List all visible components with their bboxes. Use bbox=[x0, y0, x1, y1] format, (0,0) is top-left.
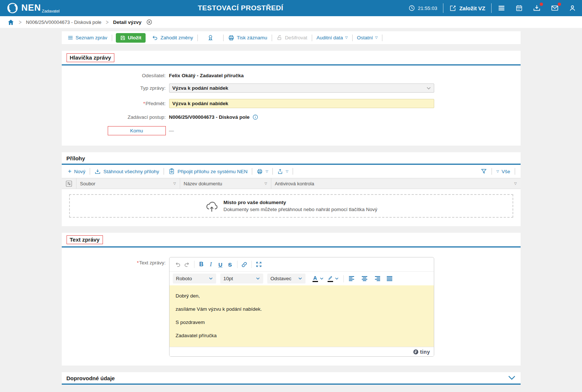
breadcrumb-current: Detail výzvy bbox=[113, 19, 141, 25]
italic-icon[interactable]: I bbox=[206, 260, 216, 269]
text-color-swatch bbox=[313, 281, 318, 282]
editor-divider bbox=[194, 261, 194, 268]
editor-statusbar: tiny bbox=[169, 347, 434, 356]
font-family-select[interactable]: Roboto bbox=[173, 274, 216, 284]
column-header-soubor[interactable]: Soubor ▽ bbox=[76, 178, 180, 189]
audit-data-menu[interactable]: Auditní data ▽ bbox=[317, 35, 348, 40]
toolbar-divider bbox=[515, 168, 515, 175]
filter-funnel-icon bbox=[481, 168, 487, 175]
save-button[interactable]: Uložit bbox=[116, 33, 146, 43]
column-header-nazev[interactable]: Název dokumentu ▽ bbox=[180, 178, 271, 189]
info-icon[interactable] bbox=[252, 114, 258, 120]
toolbar-divider bbox=[382, 35, 382, 41]
message-type-value: Výzva k podání nabídek bbox=[172, 85, 228, 91]
editor-divider bbox=[237, 261, 238, 268]
column-filter-icon[interactable]: ▽ bbox=[265, 182, 267, 185]
print-record-button[interactable]: Tisk záznamu bbox=[228, 35, 267, 41]
text-color-menu-chevron[interactable] bbox=[320, 277, 324, 280]
sender-value: Felix Okátý - Zadavatel příručka bbox=[169, 73, 244, 78]
message-text-input[interactable]: Dobrý den, zasíláme Vám výzvu k podání n… bbox=[169, 285, 434, 347]
save-label: Uložit bbox=[128, 35, 142, 40]
user-profile-icon[interactable] bbox=[569, 4, 576, 12]
dropdown-arrow-icon: ▽ bbox=[286, 170, 288, 173]
new-attachment-button[interactable]: + Nový bbox=[68, 169, 86, 174]
align-left-icon[interactable] bbox=[347, 274, 357, 284]
attachments-dropzone[interactable]: Místo pro vaše dokumenty Dokumenty sem m… bbox=[69, 194, 513, 218]
column-settings-icon bbox=[65, 180, 72, 187]
highlight-color-menu-chevron[interactable] bbox=[335, 277, 339, 280]
toolbar-divider bbox=[164, 168, 164, 175]
message-paragraph: Zadavatel příručka bbox=[176, 333, 428, 338]
discard-changes-button[interactable]: Zahodit změny bbox=[151, 35, 193, 41]
column-filter-icon[interactable]: ▽ bbox=[174, 182, 176, 185]
font-size-select[interactable]: 10pt bbox=[220, 274, 263, 284]
expand-section-chevron-icon[interactable] bbox=[508, 375, 516, 381]
download-all-label: Stáhnout všechny přílohy bbox=[103, 169, 159, 174]
editor-toolbar-row1: B I U S bbox=[169, 257, 434, 271]
fullscreen-icon[interactable] bbox=[254, 260, 264, 269]
column-header-antivir[interactable]: Antivirová kontrola ▽ bbox=[271, 178, 521, 189]
calendar-icon[interactable] bbox=[515, 4, 523, 12]
filter-button[interactable] bbox=[481, 168, 487, 175]
recipient-button[interactable]: Komu bbox=[108, 126, 166, 135]
align-right-icon[interactable] bbox=[372, 274, 382, 284]
dropdown-arrow-icon: ▽ bbox=[496, 170, 499, 173]
link-icon[interactable] bbox=[240, 260, 249, 269]
decrypt-button[interactable]: Dešifrovat bbox=[276, 35, 307, 41]
column-filter-icon[interactable]: ▽ bbox=[514, 182, 517, 185]
home-icon[interactable] bbox=[7, 19, 14, 26]
messages-icon[interactable] bbox=[551, 4, 559, 12]
align-justify-icon[interactable] bbox=[385, 274, 394, 284]
toolbar-divider bbox=[223, 35, 224, 41]
subject-input[interactable]: Výzva k podání nabídek bbox=[169, 99, 434, 108]
message-paragraph: Dobrý den, bbox=[176, 293, 428, 299]
header-divider bbox=[443, 3, 443, 13]
block-format-select[interactable]: Odstavec bbox=[267, 274, 306, 284]
toolbar-divider bbox=[112, 35, 112, 41]
inbox-downloads-icon[interactable] bbox=[533, 4, 541, 12]
toolbar-divider bbox=[90, 168, 90, 175]
breadcrumb-procedure[interactable]: N006/25/V00004673 - Disková pole bbox=[26, 19, 101, 25]
menu-icon[interactable] bbox=[497, 4, 506, 12]
dropzone-hint: Dokumenty sem můžete přetáhnout nebo nah… bbox=[224, 207, 378, 212]
align-center-icon[interactable] bbox=[360, 274, 369, 284]
footer-actions: Odeslat Podepsat a odeslat bbox=[62, 385, 521, 392]
edit-icon bbox=[449, 5, 456, 12]
printer-icon bbox=[257, 168, 263, 175]
other-menu[interactable]: Ostatní ▽ bbox=[357, 35, 378, 40]
toolbar-divider bbox=[272, 168, 273, 175]
message-type-row: Typ zprávy: Výzva k podání nabídek bbox=[62, 83, 521, 93]
nen-logo[interactable]: NEN Zadavatel bbox=[7, 2, 60, 14]
bold-icon[interactable]: B bbox=[197, 260, 206, 269]
seal-ribbon-icon[interactable] bbox=[207, 34, 214, 41]
block-format-value: Odstavec bbox=[271, 276, 292, 281]
breadcrumb: > N006/25/V00004673 - Disková pole > Det… bbox=[0, 16, 582, 28]
underline-icon[interactable]: U bbox=[216, 260, 225, 269]
message-type-select[interactable]: Výzva k podání nabídek bbox=[169, 83, 434, 93]
attach-from-nen-button[interactable]: Připojit přílohu ze systému NEN bbox=[168, 168, 248, 175]
filter-all-menu[interactable]: ▽ Vše bbox=[496, 169, 510, 174]
chevron-down-icon bbox=[298, 277, 302, 280]
message-list-button[interactable]: Seznam zpráv bbox=[67, 35, 107, 41]
strikethrough-icon[interactable]: S bbox=[225, 260, 235, 269]
print-attachments-menu[interactable]: ▽ bbox=[257, 168, 268, 175]
filter-all-label: Vše bbox=[501, 169, 510, 174]
column-settings-button[interactable] bbox=[62, 178, 76, 189]
section-title-attachments: Přílohy bbox=[67, 155, 85, 161]
text-color-button[interactable]: A bbox=[312, 275, 319, 282]
export-menu[interactable]: ▽ bbox=[277, 168, 288, 175]
environment-title: TESTOVACÍ PROSTŘEDÍ bbox=[198, 4, 283, 12]
message-paragraph: zasíláme Vám výzvu k podání nabídek. bbox=[176, 306, 428, 312]
create-vz-button[interactable]: Založit VZ bbox=[449, 5, 485, 12]
download-all-button[interactable]: Stáhnout všechny přílohy bbox=[94, 168, 159, 175]
undo-button[interactable] bbox=[173, 260, 182, 269]
font-size-value: 10pt bbox=[224, 276, 233, 281]
app-header: NEN Zadavatel TESTOVACÍ PROSTŘEDÍ 21:55:… bbox=[0, 0, 582, 16]
breadcrumb-separator-icon: > bbox=[106, 19, 109, 26]
redo-button[interactable] bbox=[182, 260, 192, 269]
chevron-down-icon bbox=[209, 277, 213, 280]
audit-data-label: Auditní data bbox=[317, 35, 343, 40]
dropzone-title: Místo pro vaše dokumenty bbox=[224, 200, 378, 205]
close-tab-icon[interactable] bbox=[146, 19, 153, 25]
highlight-color-button[interactable] bbox=[327, 275, 334, 282]
